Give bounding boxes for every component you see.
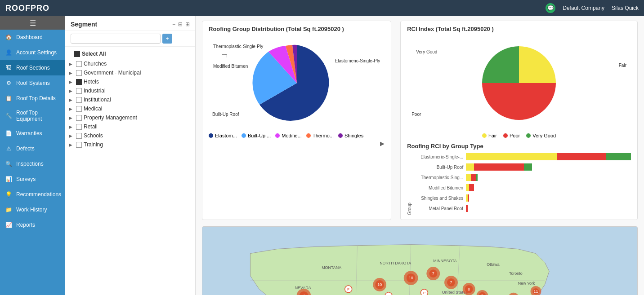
segment-expand-icon[interactable]: ⊞ [185, 21, 190, 27]
legend-color [242, 133, 246, 138]
segment-list: Select All ▶Churches▶Government - Munici… [65, 47, 195, 295]
segment-checkbox[interactable] [76, 142, 82, 148]
segment-item-label: Industrial [84, 88, 106, 94]
segment-item-medical[interactable]: ▶Medical [65, 104, 195, 113]
bar-poor [466, 205, 468, 212]
rci-legend-item-Fair: Fair [482, 133, 497, 138]
segment-filter-icon[interactable]: ⊟ [178, 21, 183, 27]
sidebar-toggle[interactable]: ☰ [0, 16, 65, 30]
segment-expand-arrow[interactable]: ▶ [69, 70, 74, 75]
segment-expand-arrow[interactable]: ▶ [69, 106, 74, 111]
segment-checkbox[interactable] [76, 70, 82, 76]
sidebar-icon: 💡 [4, 190, 13, 198]
bar-good [606, 153, 631, 160]
bar-poor [471, 174, 476, 181]
segment-item-training[interactable]: ▶Training [65, 140, 195, 149]
rci-legend-color [482, 133, 487, 138]
sidebar-icon: 🏗 [4, 64, 13, 72]
bar-row-Modified Bitumen: Modified Bitumen [414, 184, 631, 191]
chat-icon[interactable]: 💬 [546, 3, 555, 13]
label-elastomeric: Elastomeric-Single-Ply [335, 58, 380, 63]
sidebar-item-dashboard[interactable]: 🏠Dashboard [0, 30, 65, 45]
sidebar-icon: 📋 [4, 94, 13, 102]
segment-expand-arrow[interactable]: ▶ [69, 97, 74, 102]
segment-item-retail[interactable]: ▶Retail [65, 122, 195, 131]
sidebar-item-roof-top-details[interactable]: 📋Roof Top Details [0, 91, 65, 106]
sidebar-label: Account Settings [16, 49, 57, 56]
segment-item-government---municipal[interactable]: ▶Government - Municipal [65, 68, 195, 77]
segment-checkbox[interactable] [76, 97, 82, 103]
bar-track [466, 153, 631, 160]
legend-label: Built-Up ... [248, 133, 271, 138]
rci-legend-label: Very Good [532, 133, 556, 138]
rci-label-poor: Poor [411, 112, 421, 117]
sidebar-item-surveys[interactable]: 📊Surveys [0, 172, 65, 187]
sidebar-label: Inspections [16, 161, 44, 167]
rci-legend: FairPoorVery Good [407, 133, 631, 138]
sidebar-item-roof-sections[interactable]: 🏗Roof Sections [0, 60, 65, 75]
bar-poor [469, 184, 474, 191]
bar-row-Elastomeric-Single-...: Elastomeric-Single-... [414, 153, 631, 160]
sidebar-label: Roof Top Equipment [16, 110, 61, 122]
sidebar-item-warranties[interactable]: 📄Warranties [0, 126, 65, 141]
sidebar-item-roof-top-equipment[interactable]: 🔧Roof Top Equipment [0, 106, 65, 126]
roofing-dist-title: Roofing Group Distribution (Total Sq ft.… [209, 26, 385, 32]
sidebar-item-roof-systems[interactable]: ⚙Roof Systems [0, 75, 65, 91]
sidebar-icon: 📁 [4, 206, 13, 214]
segment-item-institutional[interactable]: ▶Institutional [65, 95, 195, 104]
bar-fair [466, 174, 471, 181]
segment-expand-arrow[interactable]: ▶ [69, 62, 74, 66]
legend-next-arrow[interactable]: ▶ [380, 140, 385, 147]
segment-expand-arrow[interactable]: ▶ [69, 115, 74, 120]
legend-color [338, 133, 343, 138]
svg-text:MINNESOTA: MINNESOTA [433, 259, 456, 263]
sidebar-label: Surveys [16, 176, 36, 182]
segment-checkbox[interactable] [76, 106, 82, 112]
segment-expand-arrow[interactable]: ▶ [69, 133, 74, 138]
svg-text:P: P [423, 291, 425, 295]
sidebar: ☰ 🏠Dashboard👤Account Settings🏗Roof Secti… [0, 16, 65, 295]
bar-chart: Elastomeric-Single-... Built-Up Roof The… [414, 153, 631, 215]
svg-text:Toronto: Toronto [509, 271, 523, 276]
segment-search-input[interactable] [71, 34, 161, 44]
segment-item-property-management[interactable]: ▶Property Management [65, 113, 195, 122]
segment-controls: − ⊟ ⊞ [172, 21, 190, 27]
select-all-checkbox[interactable] [74, 51, 80, 57]
segment-checkbox[interactable] [76, 115, 82, 121]
app-logo: ROOFPRO [5, 4, 49, 13]
sidebar-item-inspections[interactable]: 🔍Inspections [0, 156, 65, 172]
segment-expand-arrow[interactable]: ▶ [69, 142, 74, 147]
segment-item-schools[interactable]: ▶Schools [65, 131, 195, 140]
segment-item-churches[interactable]: ▶Churches [65, 59, 195, 68]
segment-minus-icon[interactable]: − [172, 21, 175, 27]
segment-item-label: Retail [84, 123, 98, 130]
segment-expand-arrow[interactable]: ▶ [69, 88, 74, 93]
user-name: Silas Quick [612, 5, 639, 11]
svg-text:10: 10 [377, 282, 382, 287]
segment-search-button[interactable]: + [162, 34, 172, 44]
sidebar-item-account-settings[interactable]: 👤Account Settings [0, 45, 65, 60]
bar-poor [474, 163, 523, 171]
segment-item-hotels[interactable]: ▶Hotels [65, 77, 195, 86]
rci-pie-wrapper: Very Good Fair Poor [407, 36, 631, 130]
sidebar-item-reports[interactable]: 📈Reports [0, 217, 65, 233]
segment-checkbox[interactable] [76, 124, 82, 130]
bar-track [466, 163, 631, 171]
segment-expand-arrow[interactable]: ▶ [69, 79, 74, 84]
segment-checkbox[interactable] [76, 133, 82, 139]
segment-expand-arrow[interactable]: ▶ [69, 124, 74, 129]
svg-text:New York: New York [518, 281, 535, 286]
segment-checkbox[interactable] [76, 79, 82, 85]
content-area: Roofing Group Distribution (Total Sq ft.… [196, 16, 644, 295]
sidebar-label: Reports [16, 222, 35, 228]
segment-item-industrial[interactable]: ▶Industrial [65, 86, 195, 95]
sidebar-icon: ⚠ [4, 145, 13, 153]
segment-checkbox[interactable] [76, 88, 82, 94]
segment-checkbox[interactable] [76, 61, 82, 67]
sidebar-label: Defects [16, 145, 35, 152]
sidebar-item-defects[interactable]: ⚠Defects [0, 141, 65, 156]
select-all-item[interactable]: Select All [65, 48, 195, 59]
topbar-right: 💬 Default Company Silas Quick [546, 3, 639, 13]
sidebar-item-recommendations[interactable]: 💡Recommendations [0, 187, 65, 202]
sidebar-item-work-history[interactable]: 📁Work History [0, 202, 65, 217]
